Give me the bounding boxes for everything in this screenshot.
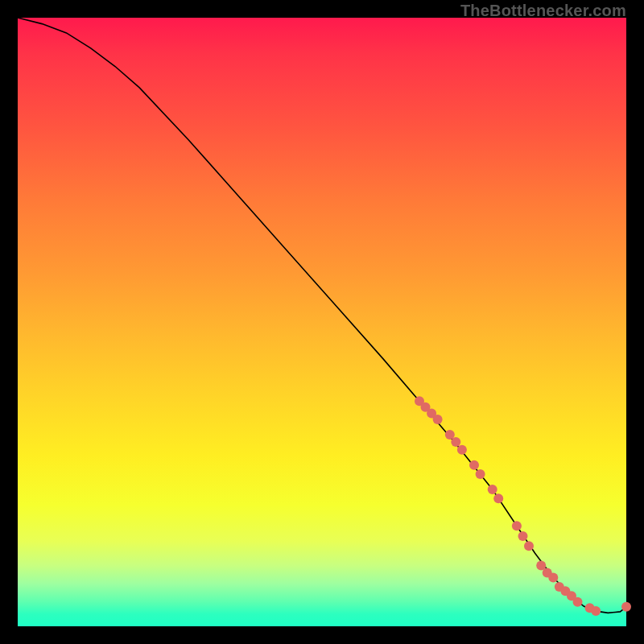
data-point — [457, 445, 467, 455]
scatter-dots — [415, 396, 631, 616]
chart-container: TheBottlenecker.com — [0, 0, 644, 644]
data-point — [476, 469, 485, 479]
data-point — [451, 437, 460, 447]
chart-svg — [18, 18, 626, 626]
data-point — [573, 597, 583, 607]
data-point — [524, 541, 534, 551]
plot-area — [18, 18, 626, 626]
data-point — [469, 460, 479, 470]
data-point — [433, 415, 443, 424]
data-point — [548, 573, 558, 583]
data-point — [488, 485, 497, 494]
data-point — [493, 493, 503, 503]
data-point — [512, 521, 522, 530]
data-point — [591, 606, 601, 616]
data-point — [518, 531, 528, 541]
data-point — [621, 602, 631, 612]
bottleneck-curve — [18, 18, 626, 613]
